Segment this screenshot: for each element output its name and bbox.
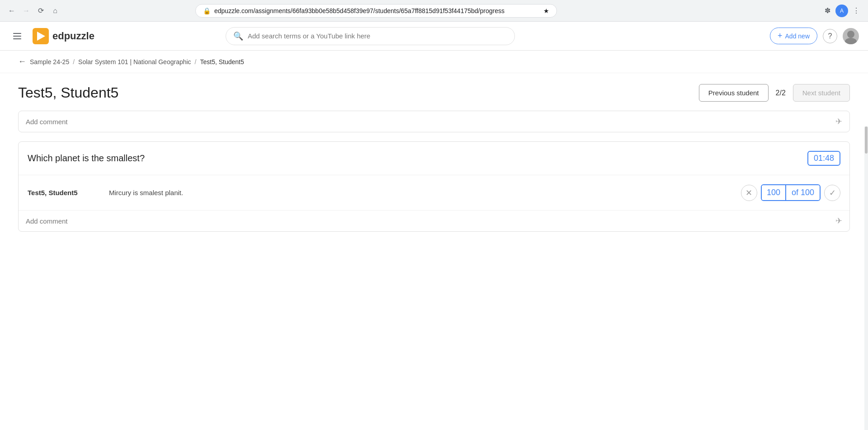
url-text: edpuzzle.com/assignments/66fa93bb0e58b5d…	[214, 7, 540, 14]
plus-icon: +	[778, 31, 783, 41]
accept-answer-button[interactable]: ✓	[824, 185, 840, 201]
hamburger-line	[13, 36, 21, 37]
home-button[interactable]: ⌂	[49, 5, 61, 17]
grading-controls: ✕ of 100 ✓	[741, 184, 840, 201]
profile-button[interactable]: A	[835, 5, 848, 17]
breadcrumb-back-button[interactable]: ←	[18, 57, 26, 66]
score-input[interactable]	[762, 185, 785, 200]
help-button[interactable]: ?	[823, 29, 837, 43]
comment-card-top: ✈	[18, 111, 850, 132]
accept-icon: ✓	[829, 188, 836, 198]
student-counter: 2/2	[776, 89, 786, 97]
breadcrumb-assignment-link[interactable]: Solar System 101 | National Geographic	[78, 58, 191, 65]
hamburger-line	[13, 38, 21, 39]
score-input-wrapper: of 100	[761, 184, 821, 201]
user-avatar-small: A	[835, 5, 848, 17]
search-input[interactable]	[248, 32, 507, 40]
more-options-button[interactable]: ⋮	[850, 5, 863, 17]
add-comment-input-bottom[interactable]	[26, 217, 830, 225]
scrollbar-track[interactable]	[864, 126, 868, 259]
logo-text: edpuzzle	[52, 30, 94, 42]
page-title-row: Test5, Student5 Previous student 2/2 Nex…	[18, 73, 850, 111]
question-text: Which planet is the smallest?	[28, 153, 145, 164]
breadcrumb: ← Sample 24-25 / Solar System 101 | Nati…	[0, 51, 868, 73]
breadcrumb-sep-2: /	[195, 58, 197, 65]
send-icon-top: ✈	[835, 117, 842, 126]
search-icon: 🔍	[233, 31, 243, 41]
reload-button[interactable]: ⟳	[34, 5, 47, 17]
bookmark-icon[interactable]: ★	[543, 7, 549, 14]
send-icon-bottom: ✈	[835, 216, 842, 226]
student-nav: Previous student 2/2 Next student	[699, 84, 850, 102]
address-bar[interactable]: 🔒 edpuzzle.com/assignments/66fa93bb0e58b…	[195, 4, 557, 18]
logo-link[interactable]: edpuzzle	[33, 28, 94, 44]
help-icon: ?	[828, 32, 832, 40]
reject-answer-button[interactable]: ✕	[741, 185, 757, 201]
answer-text: Mircury is smalest planit.	[109, 189, 732, 196]
add-new-button[interactable]: + Add new	[770, 28, 817, 44]
breadcrumb-current-student: Test5, Student5	[200, 58, 244, 65]
send-comment-button-bottom[interactable]: ✈	[835, 216, 842, 226]
breadcrumb-class-link[interactable]: Sample 24-25	[30, 58, 69, 65]
score-of-label: of 100	[785, 185, 820, 200]
page-title: Test5, Student5	[18, 84, 118, 101]
page-content: Test5, Student5 Previous student 2/2 Nex…	[0, 73, 868, 259]
question-header: Which planet is the smallest? 01:48	[19, 142, 849, 175]
send-comment-button-top[interactable]: ✈	[835, 117, 842, 126]
svg-point-2	[847, 31, 854, 38]
svg-point-3	[845, 38, 857, 44]
browser-chrome: ← → ⟳ ⌂ 🔒 edpuzzle.com/assignments/66fa9…	[0, 0, 868, 22]
question-timestamp: 01:48	[807, 151, 840, 166]
comment-input-row-bottom: ✈	[19, 210, 849, 231]
reject-icon: ✕	[745, 188, 752, 198]
add-comment-input-top[interactable]	[26, 118, 830, 126]
lock-icon: 🔒	[203, 7, 211, 14]
back-button[interactable]: ←	[5, 5, 18, 17]
scrollbar-thumb[interactable]	[865, 126, 868, 154]
hamburger-menu-button[interactable]	[9, 28, 25, 44]
back-arrow-icon: ←	[18, 57, 26, 66]
browser-nav-buttons: ← → ⟳ ⌂	[5, 5, 61, 17]
search-bar[interactable]: 🔍	[226, 27, 515, 45]
app-header: edpuzzle 🔍 + Add new ?	[0, 22, 868, 51]
questions-area: ✈ Which planet is the smallest? 01:48 Te…	[18, 111, 850, 259]
question-card: Which planet is the smallest? 01:48 Test…	[18, 141, 850, 232]
extensions-button[interactable]: ✽	[821, 5, 834, 17]
user-avatar[interactable]	[843, 28, 859, 44]
answer-student-name: Test5, Student5	[28, 189, 100, 196]
answer-row: Test5, Student5 Mircury is smalest plani…	[19, 175, 849, 210]
hamburger-line	[13, 33, 21, 34]
forward-button[interactable]: →	[20, 5, 33, 17]
browser-actions: ✽ A ⋮	[821, 5, 863, 17]
header-right: + Add new ?	[770, 28, 859, 44]
comment-input-row-top: ✈	[19, 111, 849, 132]
breadcrumb-sep-1: /	[73, 58, 75, 65]
next-student-button: Next student	[793, 84, 850, 102]
previous-student-button[interactable]: Previous student	[699, 84, 769, 102]
add-new-label: Add new	[785, 33, 810, 40]
logo-icon	[33, 28, 49, 44]
